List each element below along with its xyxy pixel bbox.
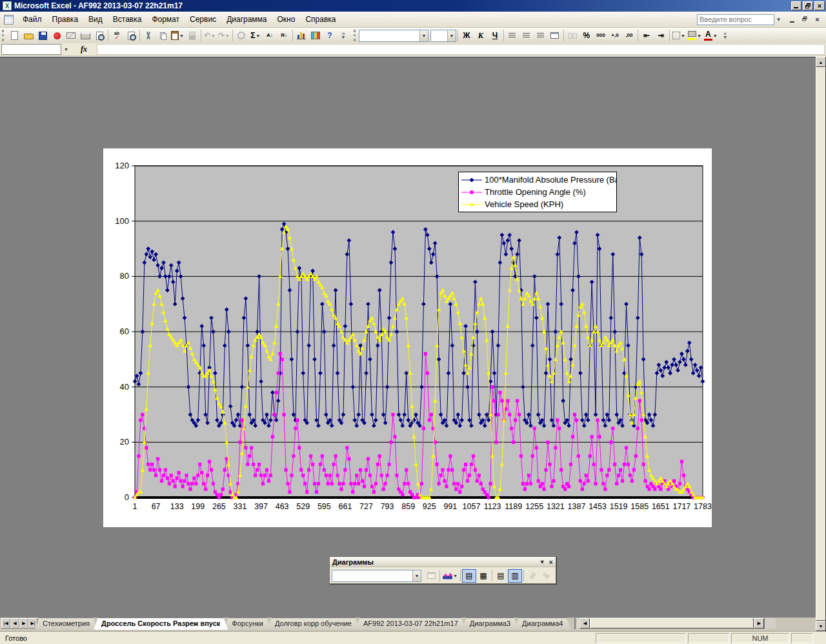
increase-indent-button[interactable]: ⇥ xyxy=(654,29,668,43)
horizontal-scroll-thumb[interactable] xyxy=(590,618,754,629)
menu-help[interactable]: Справка xyxy=(300,13,341,26)
print-preview-button[interactable] xyxy=(92,29,106,43)
sheet-tab-4[interactable]: AF992 2013-03-07 22h21m17 xyxy=(356,618,466,630)
chart-toolbar-close-icon[interactable]: × xyxy=(549,558,553,566)
chart-by-columns-button[interactable]: ▥ xyxy=(508,569,522,583)
insert-hyperlink-button[interactable] xyxy=(234,29,248,43)
vertical-scrollbar[interactable]: ▲ ▼ xyxy=(816,57,826,631)
menu-file[interactable]: Файл xyxy=(17,13,47,26)
ask-question-input[interactable] xyxy=(697,14,774,25)
drawing-button[interactable] xyxy=(308,29,323,43)
redo-button[interactable]: ↷▼ xyxy=(217,29,231,43)
chart-objects-combo[interactable]: ▼ xyxy=(332,570,421,582)
italic-button[interactable]: К xyxy=(474,29,488,43)
horizontal-scrollbar[interactable]: ◀ ▶ xyxy=(579,618,764,629)
insert-function-button[interactable]: fx xyxy=(71,45,97,54)
menu-edit[interactable]: Правка xyxy=(47,13,84,26)
formatting-toolbar-options-button[interactable]: »▼ xyxy=(720,29,730,43)
new-button[interactable] xyxy=(7,29,21,43)
prev-sheet-button[interactable]: ◀ xyxy=(10,618,19,629)
decrease-indent-button[interactable]: ⇤ xyxy=(640,29,654,43)
minimize-button[interactable] xyxy=(791,1,801,10)
hscroll-left-icon[interactable]: ◀ xyxy=(579,618,590,629)
align-center-button[interactable] xyxy=(519,29,534,43)
align-left-button[interactable] xyxy=(505,29,519,43)
chart-legend[interactable]: 100*Manifold Absolute Pressure (BarThrot… xyxy=(458,172,617,212)
paste-dropdown-icon[interactable]: ▼ xyxy=(179,34,184,38)
chart-type-dropdown-icon[interactable]: ▼ xyxy=(453,574,458,578)
chart-wizard-button[interactable] xyxy=(294,29,308,43)
email-button[interactable] xyxy=(64,29,78,43)
formula-input[interactable] xyxy=(97,44,825,55)
currency-style-button[interactable] xyxy=(565,29,579,43)
paste-button[interactable]: ▼ xyxy=(170,29,185,43)
decrease-decimal-button[interactable]: ,00 xyxy=(622,29,636,43)
font-color-dropdown-icon[interactable]: ▼ xyxy=(713,34,718,38)
permission-button[interactable] xyxy=(50,29,64,43)
help-button[interactable]: ? xyxy=(323,29,337,43)
borders-button[interactable]: ▼ xyxy=(671,29,687,43)
bold-button[interactable]: Ж xyxy=(459,29,474,43)
scroll-down-icon[interactable]: ▼ xyxy=(816,621,826,631)
sheet-tab-1[interactable]: Дроссель Скорость Разреж впуск xyxy=(94,618,228,630)
increase-decimal-button[interactable]: +,0 xyxy=(608,29,622,43)
menu-format[interactable]: Формат xyxy=(146,13,185,26)
chart-chart-type-button[interactable]: ▼ xyxy=(441,569,459,583)
name-box-dropdown-icon[interactable]: ▼ xyxy=(61,44,71,55)
chart-data-table-button[interactable]: ▦ xyxy=(476,569,490,583)
redo-dropdown-icon[interactable]: ▼ xyxy=(225,34,230,38)
ask-question-dropdown-icon[interactable]: ▼ xyxy=(774,14,783,25)
font-size-combo[interactable]: ▼ xyxy=(430,30,456,42)
sheet-tab-2[interactable]: Форсунки xyxy=(224,618,271,630)
chart-angle-text-up-button[interactable]: ab xyxy=(539,569,554,583)
menu-view[interactable]: Вид xyxy=(83,13,108,26)
percent-style-button[interactable]: % xyxy=(579,29,594,43)
tab-split-handle[interactable] xyxy=(574,618,578,629)
format-painter-button[interactable] xyxy=(185,29,199,43)
fill-color-dropdown-icon[interactable]: ▼ xyxy=(697,34,701,38)
doc-minimize-button[interactable] xyxy=(788,15,798,24)
close-button[interactable]: × xyxy=(814,1,825,10)
copy-button[interactable] xyxy=(156,29,170,43)
formatting-toolbar-handle[interactable] xyxy=(354,30,357,41)
autosum-button[interactable]: Σ▼ xyxy=(248,29,263,43)
menu-window[interactable]: Окно xyxy=(272,13,301,26)
research-button[interactable] xyxy=(124,29,138,43)
restore-button[interactable] xyxy=(803,1,813,10)
save-button[interactable] xyxy=(35,29,50,43)
sort-ascending-button[interactable]: А↓ xyxy=(263,29,277,43)
undo-dropdown-icon[interactable]: ▼ xyxy=(211,34,216,38)
borders-dropdown-icon[interactable]: ▼ xyxy=(681,34,685,38)
chart-legend-toggle-button[interactable]: ▤ xyxy=(462,569,476,583)
chart-toolbar-titlebar[interactable]: Диаграммы ▼ × xyxy=(330,557,556,567)
sheet-tab-5[interactable]: Диаграмма3 xyxy=(462,618,518,630)
font-color-button[interactable]: А▼ xyxy=(703,29,719,43)
print-button[interactable] xyxy=(78,29,92,43)
standard-toolbar-handle[interactable] xyxy=(2,30,5,41)
chart-toolbar-options-icon[interactable]: ▼ xyxy=(539,559,545,565)
menu-chart[interactable]: Диаграмма xyxy=(221,13,272,26)
next-sheet-button[interactable]: ▶ xyxy=(19,618,28,629)
undo-button[interactable]: ↶▼ xyxy=(203,29,217,43)
autosum-dropdown-icon[interactable]: ▼ xyxy=(256,34,261,38)
sheet-tab-3[interactable]: Долговр корр обучение xyxy=(267,618,359,630)
doc-close-button[interactable]: × xyxy=(812,15,822,24)
doc-restore-button[interactable] xyxy=(800,15,810,24)
comma-style-button[interactable]: 000 xyxy=(594,29,608,43)
menu-tools[interactable]: Сервис xyxy=(185,13,221,26)
menu-insert[interactable]: Вставка xyxy=(108,13,147,26)
scroll-up-icon[interactable]: ▲ xyxy=(816,57,826,67)
vertical-scroll-thumb[interactable] xyxy=(816,67,826,621)
open-button[interactable] xyxy=(21,29,35,43)
chart-angle-text-down-button[interactable]: ab xyxy=(525,569,539,583)
chart-by-rows-button[interactable]: ▤ xyxy=(494,569,508,583)
standard-toolbar-options-button[interactable]: »▼ xyxy=(338,29,348,43)
align-right-button[interactable] xyxy=(534,29,548,43)
name-box[interactable] xyxy=(1,44,61,55)
hscroll-right-icon[interactable]: ▶ xyxy=(754,618,764,629)
chart-format-selected-button[interactable] xyxy=(424,569,438,583)
underline-button[interactable]: Ч xyxy=(488,29,502,43)
first-sheet-button[interactable]: |◀ xyxy=(1,618,10,629)
merge-center-button[interactable] xyxy=(548,29,562,43)
cut-button[interactable] xyxy=(141,29,156,43)
